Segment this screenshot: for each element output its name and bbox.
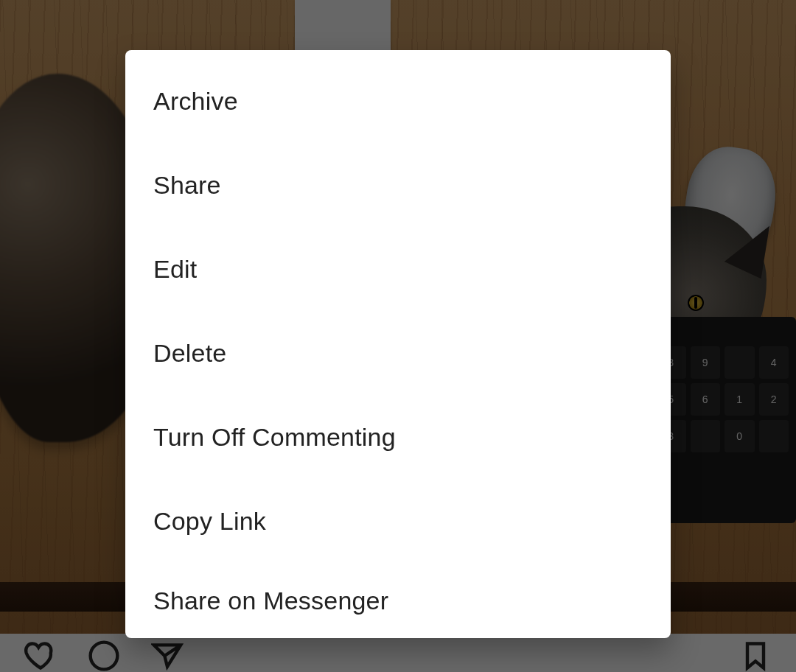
menu-item-turn-off-commenting[interactable]: Turn Off Commenting (125, 395, 671, 479)
menu-item-label: Share on Messenger (153, 587, 388, 615)
menu-item-delete[interactable]: Delete (125, 311, 671, 395)
menu-item-label: Delete (153, 339, 226, 368)
post-options-menu: Archive Share Edit Delete Turn Off Comme… (125, 50, 671, 638)
menu-item-share[interactable]: Share (125, 143, 671, 227)
menu-item-label: Share (153, 171, 221, 200)
menu-item-share-on-messenger[interactable]: Share on Messenger (125, 563, 671, 635)
menu-item-label: Copy Link (153, 507, 266, 536)
menu-item-label: Turn Off Commenting (153, 423, 396, 452)
menu-item-copy-link[interactable]: Copy Link (125, 479, 671, 563)
menu-item-label: Archive (153, 87, 238, 116)
menu-item-edit[interactable]: Edit (125, 227, 671, 311)
menu-item-archive[interactable]: Archive (125, 59, 671, 143)
menu-item-label: Edit (153, 255, 197, 284)
